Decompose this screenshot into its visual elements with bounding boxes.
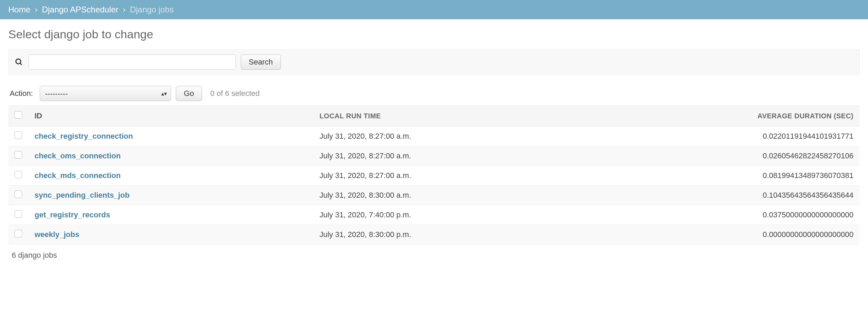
cell-avg-duration: 0.00000000000000000000	[581, 225, 860, 245]
table-row: weekly_jobsJuly 31, 2020, 8:30:00 p.m.0.…	[8, 225, 860, 245]
footer-count: 6 django jobs	[8, 245, 860, 266]
cell-local-run-time: July 31, 2020, 8:27:00 a.m.	[313, 127, 581, 146]
action-select-wrap: --------- ▴▾	[40, 86, 171, 101]
job-link[interactable]: weekly_jobs	[35, 230, 79, 239]
breadcrumb-sep-2: ›	[123, 5, 126, 14]
row-checkbox[interactable]	[15, 131, 22, 139]
svg-line-1	[20, 63, 22, 65]
cell-local-run-time: July 31, 2020, 8:30:00 p.m.	[313, 225, 581, 245]
actions-label: Action:	[10, 89, 33, 98]
search-input[interactable]	[29, 55, 236, 70]
svg-point-0	[16, 59, 21, 64]
cell-local-run-time: July 31, 2020, 7:40:00 p.m.	[313, 205, 581, 225]
row-checkbox[interactable]	[15, 151, 22, 159]
column-header-id[interactable]: ID	[28, 106, 313, 127]
page-title: Select django job to change	[8, 28, 860, 41]
table-row: get_registry_recordsJuly 31, 2020, 7:40:…	[8, 205, 860, 225]
selection-count: 0 of 6 selected	[210, 89, 260, 98]
actions-row: Action: --------- ▴▾ Go 0 of 6 selected	[8, 86, 860, 101]
table-row: check_registry_connectionJuly 31, 2020, …	[8, 127, 860, 146]
cell-avg-duration: 0.02201191944101931771	[581, 127, 860, 146]
column-header-avg-duration[interactable]: AVERAGE DURATION (SEC)	[581, 106, 860, 127]
row-checkbox[interactable]	[15, 190, 22, 198]
table-header-row: ID LOCAL RUN TIME AVERAGE DURATION (SEC)	[8, 106, 860, 127]
job-link[interactable]: sync_pending_clients_job	[35, 191, 130, 199]
column-header-local-run-time[interactable]: LOCAL RUN TIME	[313, 106, 581, 127]
breadcrumb: Home › Django APScheduler › Django jobs	[0, 0, 868, 19]
breadcrumb-current: Django jobs	[130, 5, 174, 14]
go-button[interactable]: Go	[176, 86, 202, 101]
search-icon	[14, 57, 24, 67]
results-table: ID LOCAL RUN TIME AVERAGE DURATION (SEC)…	[8, 105, 860, 245]
action-select[interactable]: ---------	[40, 86, 171, 101]
cell-local-run-time: July 31, 2020, 8:27:00 a.m.	[313, 166, 581, 186]
cell-local-run-time: July 31, 2020, 8:27:00 a.m.	[313, 146, 581, 166]
breadcrumb-app[interactable]: Django APScheduler	[42, 5, 118, 14]
search-bar: Search	[8, 49, 860, 75]
table-row: check_oms_connectionJuly 31, 2020, 8:27:…	[8, 146, 860, 166]
breadcrumb-sep-1: ›	[35, 5, 38, 14]
select-all-header	[8, 106, 28, 127]
row-checkbox[interactable]	[15, 210, 22, 218]
job-link[interactable]: check_oms_connection	[35, 151, 121, 160]
row-checkbox[interactable]	[15, 230, 22, 237]
select-all-checkbox[interactable]	[15, 111, 22, 119]
cell-avg-duration: 0.03750000000000000000	[581, 205, 860, 225]
cell-avg-duration: 0.10435643564356435644	[581, 186, 860, 205]
content: Select django job to change Search Actio…	[0, 19, 868, 274]
cell-avg-duration: 0.02605462822458270106	[581, 146, 860, 166]
cell-avg-duration: 0.08199413489736070381	[581, 166, 860, 186]
search-button[interactable]: Search	[241, 55, 281, 70]
table-row: check_mds_connectionJuly 31, 2020, 8:27:…	[8, 166, 860, 186]
breadcrumb-home[interactable]: Home	[8, 5, 30, 14]
row-checkbox[interactable]	[15, 171, 22, 178]
cell-local-run-time: July 31, 2020, 8:30:00 a.m.	[313, 186, 581, 205]
job-link[interactable]: check_mds_connection	[35, 171, 121, 180]
table-row: sync_pending_clients_jobJuly 31, 2020, 8…	[8, 186, 860, 205]
job-link[interactable]: check_registry_connection	[35, 132, 133, 140]
job-link[interactable]: get_registry_records	[35, 210, 110, 219]
